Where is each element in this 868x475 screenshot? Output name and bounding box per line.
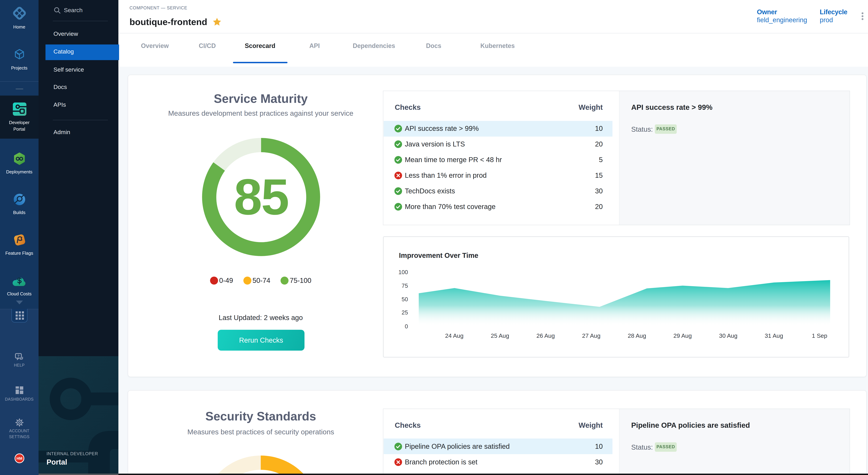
- svg-text:?: ?: [18, 354, 20, 358]
